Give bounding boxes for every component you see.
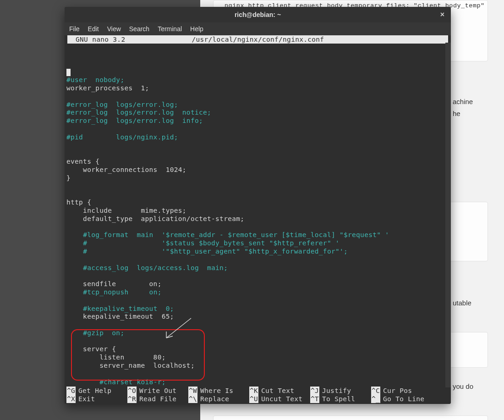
nano-shortcut[interactable]: ^GGet Help — [66, 387, 127, 395]
menu-view[interactable]: View — [107, 25, 121, 33]
nano-footer: ^GGet Help^OWrite Out^WWhere Is^KCut Tex… — [65, 387, 451, 404]
bg-text-fragment-3: you do — [453, 381, 473, 392]
shortcut-key: ^R — [127, 395, 137, 403]
menu-edit[interactable]: Edit — [88, 25, 99, 33]
nano-filename: /usr/local/nginx/conf/nginx.conf — [192, 36, 324, 43]
cursor — [66, 69, 71, 76]
editor-line: include mime.types; — [66, 207, 449, 215]
shortcut-label: Exit — [78, 395, 95, 403]
shortcut-key: ^C — [371, 387, 380, 395]
shortcut-key: ^J — [310, 387, 319, 395]
nano-shortcut[interactable]: ^TTo Spell — [310, 395, 371, 403]
nano-shortcut[interactable]: ^OWrite Out — [127, 387, 188, 395]
editor-line: worker_processes 1; — [66, 84, 449, 93]
menu-search[interactable]: Search — [129, 25, 149, 33]
editor-line: default_type application/octet-stream; — [66, 215, 449, 223]
editor-line — [66, 321, 449, 329]
editor-line — [66, 337, 449, 346]
nano-shortcut[interactable]: ^JJustify — [310, 387, 371, 395]
editor-line: # '"$http_user_agent" "$http_x_forwarded… — [66, 248, 449, 256]
shortcut-label: Justify — [322, 387, 351, 395]
terminal-window: rich@debian: ~ × File Edit View Search T… — [65, 7, 451, 404]
nano-shortcut[interactable]: ^CCur Pos — [371, 387, 432, 395]
nano-shortcut[interactable]: ^\Replace — [188, 395, 249, 403]
nano-shortcut[interactable]: ^KCut Text — [249, 387, 310, 395]
editor-line: #gzip on; — [66, 329, 449, 337]
editor-line: http { — [66, 199, 449, 207]
shortcut-key: ^K — [249, 387, 258, 395]
editor-line: sendfile on; — [66, 280, 449, 288]
nano-shortcut[interactable]: ^WWhere Is — [188, 387, 249, 395]
editor-line: server_name localhost; — [66, 362, 449, 370]
shortcut-label: Go To Line — [383, 395, 424, 403]
scrollbar[interactable] — [445, 43, 451, 387]
nano-shortcut[interactable]: ^RRead File — [127, 395, 188, 403]
shortcut-key: ^T — [310, 395, 319, 403]
editor-line: #tcp_nopush on; — [66, 288, 449, 297]
editor-line — [66, 297, 449, 305]
menu-file[interactable]: File — [69, 25, 80, 33]
bg-code-box-3 — [213, 415, 488, 420]
shortcut-key: ^_ — [371, 395, 380, 403]
nano-shortcut[interactable]: ^_Go To Line — [371, 395, 432, 403]
editor-area[interactable]: #user nobody;worker_processes 1;#error_l… — [65, 44, 451, 387]
shortcut-key: ^G — [66, 387, 76, 395]
editor-line: #pid logs/nginx.pid; — [66, 133, 449, 142]
editor-line — [66, 370, 449, 378]
menubar: File Edit View Search Terminal Help — [65, 22, 451, 35]
shortcut-key: ^O — [127, 387, 137, 395]
editor-line: #error_log logs/error.log info; — [66, 117, 449, 125]
shortcut-label: Replace — [200, 395, 229, 403]
editor-line — [66, 223, 449, 232]
editor-line: worker_connections 1024; — [66, 166, 449, 174]
shortcut-key: ^\ — [188, 395, 197, 403]
editor-line — [66, 149, 449, 158]
editor-line: server { — [66, 345, 449, 354]
window-title: rich@debian: ~ — [235, 11, 281, 18]
editor-line: #error_log logs/error.log; — [66, 101, 449, 109]
shortcut-label: Where Is — [200, 387, 233, 395]
editor-line — [66, 142, 449, 150]
editor-line — [66, 125, 449, 133]
shortcut-key: ^W — [188, 387, 197, 395]
editor-line: #user nobody; — [66, 76, 449, 84]
shortcut-label: To Spell — [322, 395, 355, 403]
shortcut-label: Write Out — [139, 387, 176, 395]
nano-shortcut[interactable]: ^UUncut Text — [249, 395, 310, 403]
editor-line: events { — [66, 158, 449, 166]
editor-line — [66, 190, 449, 199]
editor-line: } — [66, 174, 449, 182]
nano-header: GNU nano 3.2/usr/local/nginx/conf/nginx.… — [67, 35, 448, 44]
shortcut-key: ^U — [249, 395, 258, 403]
nano-version: GNU nano 3.2 — [67, 36, 125, 43]
bg-text-fragment-2: utable — [453, 297, 471, 309]
editor-line: listen 80; — [66, 354, 449, 362]
editor-line: #error_log logs/error.log notice; — [66, 109, 449, 117]
editor-line — [66, 386, 449, 387]
editor-line: #access_log logs/access.log main; — [66, 264, 449, 272]
editor-line — [66, 68, 449, 76]
shortcut-label: Uncut Text — [261, 395, 302, 403]
editor-line: #log_format main '$remote_addr - $remote… — [66, 231, 449, 239]
editor-line: #charset koi8-r; — [66, 378, 449, 387]
menu-terminal[interactable]: Terminal — [158, 25, 182, 33]
close-icon[interactable]: × — [440, 11, 444, 19]
menu-help[interactable]: Help — [190, 25, 203, 33]
nano-shortcut[interactable]: ^XExit — [66, 395, 127, 403]
editor-line — [66, 272, 449, 280]
bg-text-fragment: achine he — [453, 96, 473, 120]
shortcut-label: Cur Pos — [383, 387, 412, 395]
shortcut-label: Get Help — [78, 387, 111, 395]
editor-line: keepalive_timeout 65; — [66, 313, 449, 321]
shortcut-label: Read File — [139, 395, 176, 403]
editor-line — [66, 93, 449, 101]
editor-line: # '$status $body_bytes_sent "$http_refer… — [66, 239, 449, 248]
editor-line: #keepalive_timeout 0; — [66, 305, 449, 313]
window-titlebar[interactable]: rich@debian: ~ × — [65, 7, 451, 22]
editor-line — [66, 182, 449, 191]
shortcut-label: Cut Text — [261, 387, 294, 395]
editor-line — [66, 256, 449, 264]
shortcut-key: ^X — [66, 395, 76, 403]
